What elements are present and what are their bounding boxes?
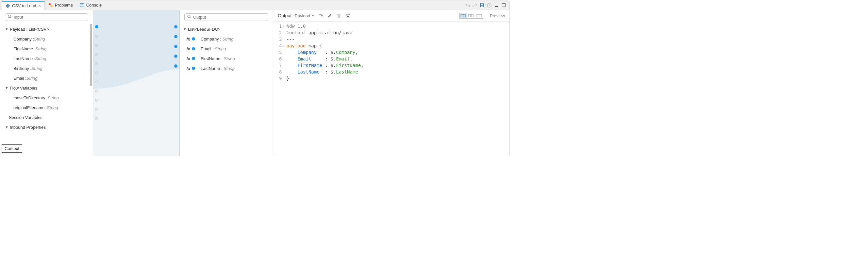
connector-dot[interactable] <box>192 57 195 60</box>
inbound-properties-header[interactable]: ▼ Inbound Properties <box>0 122 93 132</box>
connector-dot[interactable] <box>95 90 98 92</box>
input-field[interactable]: Email : String <box>0 73 93 83</box>
tab-label: Problems <box>55 3 73 7</box>
preview-button[interactable]: Preview <box>490 13 505 18</box>
view-toggle-1[interactable] <box>460 13 467 18</box>
input-field[interactable]: FirstName : String <box>0 44 93 54</box>
view-toggle-2[interactable] <box>467 13 475 18</box>
context-tab[interactable]: Context <box>2 144 22 153</box>
connector-dot[interactable] <box>95 99 98 101</box>
svg-line-12 <box>10 17 11 18</box>
code-line[interactable]: %dw 1.0 <box>286 23 364 29</box>
search-icon <box>187 15 191 20</box>
code-line[interactable]: %output application/java <box>286 29 364 36</box>
code-panel: Output Payload ▼ Preview <box>273 10 509 156</box>
code-line[interactable]: payload map { <box>286 42 364 49</box>
svg-rect-9 <box>495 6 498 7</box>
tab-csv-to-lead[interactable]: CSV to Lead ✕ <box>2 1 45 10</box>
trash-icon[interactable] <box>336 13 342 19</box>
search-icon <box>8 15 12 20</box>
code-header: Output Payload ▼ Preview <box>273 10 509 22</box>
output-list-header[interactable]: ▼ List<LeadSFDC> <box>180 24 273 34</box>
svg-line-14 <box>190 17 191 18</box>
redo-icon[interactable] <box>472 3 477 8</box>
tab-label: CSV to Lead <box>12 3 36 8</box>
maximize-icon[interactable] <box>501 3 506 8</box>
connector-dot[interactable] <box>174 64 178 68</box>
connector-dot[interactable] <box>95 71 98 74</box>
flow-variable[interactable]: originalFilename : String <box>0 102 93 112</box>
connector-dot[interactable] <box>174 55 178 58</box>
connector-dot[interactable] <box>174 25 178 28</box>
code-line[interactable]: Company : $.Company, <box>286 49 364 56</box>
chevron-down-icon: ▼ <box>5 86 8 90</box>
line-gutter: 1⊖2 3 4⊖5 6 7 8 9 <box>278 22 286 151</box>
tab-console[interactable]: Console <box>76 1 105 10</box>
input-field[interactable]: Birthday : String <box>0 63 93 73</box>
code-editor[interactable]: 1⊖2 3 4⊖5 6 7 8 9 %dw 1.0%output applica… <box>278 22 505 151</box>
connector-dot[interactable] <box>192 37 195 40</box>
code-line[interactable]: FirstName : $.FirstName, <box>286 62 364 69</box>
connector-dot[interactable] <box>95 25 98 28</box>
svg-line-28 <box>346 17 347 18</box>
connector-dot[interactable] <box>192 47 195 50</box>
input-tree: ▼ Payload : List<CSV> Company : StringFi… <box>0 23 93 132</box>
session-variables-header[interactable]: Session Variables <box>0 112 93 122</box>
close-icon[interactable]: ✕ <box>38 4 41 8</box>
svg-rect-34 <box>477 14 482 17</box>
input-search-field[interactable] <box>14 15 85 20</box>
svg-rect-32 <box>469 14 471 17</box>
help-icon[interactable]: ? <box>487 3 492 8</box>
code-line[interactable]: } <box>286 75 364 82</box>
input-search-box[interactable] <box>5 13 88 21</box>
connector-dot[interactable] <box>95 117 98 120</box>
svg-line-26 <box>346 14 347 15</box>
mapping-panel <box>93 10 180 156</box>
svg-point-1 <box>49 3 51 5</box>
connector-dot[interactable] <box>95 81 98 83</box>
output-search-box[interactable] <box>184 13 268 21</box>
problems-icon <box>48 3 53 8</box>
payload-header[interactable]: ▼ Payload : List<CSV> <box>0 24 93 34</box>
connector-dot[interactable] <box>95 35 98 37</box>
tab-label: Console <box>86 3 102 7</box>
svg-point-21 <box>347 15 349 17</box>
scrollbar[interactable] <box>90 24 92 86</box>
connector-dot[interactable] <box>174 35 178 38</box>
connector-dot[interactable] <box>95 44 98 47</box>
code-line[interactable]: --- <box>286 36 364 42</box>
input-field[interactable]: Company : String <box>0 34 93 44</box>
output-field[interactable]: fxFirstName : String <box>180 54 273 63</box>
svg-rect-5 <box>481 4 483 5</box>
output-search-field[interactable] <box>193 15 266 20</box>
output-title: Output <box>278 13 291 18</box>
tab-problems[interactable]: Problems <box>45 1 76 10</box>
edit-icon[interactable] <box>327 13 333 19</box>
svg-rect-20 <box>337 14 341 15</box>
tabbar: CSV to Lead ✕ Problems Console ? <box>0 0 509 10</box>
flow-variables-header[interactable]: ▼ Flow Variables <box>0 83 93 93</box>
code-line[interactable]: Email : $.Email, <box>286 56 364 62</box>
output-field[interactable]: fxEmail : String <box>180 44 273 54</box>
connector-dot[interactable] <box>95 62 98 65</box>
code-body[interactable]: %dw 1.0%output application/java---payloa… <box>286 22 364 151</box>
save-icon[interactable] <box>479 3 485 8</box>
svg-rect-19 <box>338 15 340 18</box>
gear-icon[interactable] <box>345 13 351 19</box>
minimize-icon[interactable] <box>494 3 499 8</box>
view-toggle-3[interactable] <box>475 13 483 18</box>
output-field[interactable]: fxCompany : String <box>180 34 273 44</box>
code-line[interactable]: LastName : $.LastName <box>286 69 364 75</box>
connector-dot[interactable] <box>95 108 98 111</box>
output-field[interactable]: fxLastName : String <box>180 63 273 73</box>
undo-icon[interactable] <box>465 3 470 8</box>
connector-dot[interactable] <box>174 45 178 48</box>
main: ▼ Payload : List<CSV> Company : StringFi… <box>0 10 509 156</box>
add-icon[interactable] <box>318 13 323 19</box>
flow-variable[interactable]: moveToDirectory : String <box>0 93 93 102</box>
chevron-down-icon: ▼ <box>5 27 8 31</box>
connector-dot[interactable] <box>95 53 98 56</box>
input-field[interactable]: LastName : String <box>0 54 93 63</box>
payload-dropdown[interactable]: Payload ▼ <box>295 13 314 18</box>
connector-dot[interactable] <box>192 67 195 70</box>
